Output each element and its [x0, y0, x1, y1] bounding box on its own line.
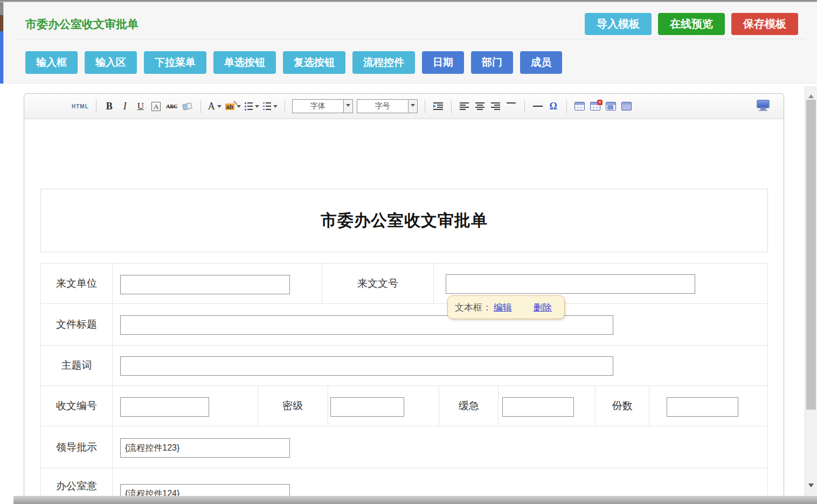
field-label-zhuticii: 主题词 — [41, 346, 113, 386]
scroll-up-arrow-icon[interactable] — [808, 92, 814, 98]
special-char-button[interactable]: Ω — [548, 98, 559, 114]
header-actions: 导入模板 在线预览 保存模板 — [585, 13, 798, 35]
align-justify-button[interactable] — [506, 98, 517, 114]
textbox-tooltip: 文本框： 编辑 删除 — [447, 295, 565, 319]
field-cell — [328, 386, 440, 426]
tooltip-edit-link[interactable]: 编辑 — [494, 301, 512, 314]
highlight-color-button[interactable]: ab — [225, 98, 241, 114]
field-label-lingdaopishi: 领导批示 — [41, 426, 113, 468]
align-justify-icon — [507, 102, 516, 110]
widget-member-button[interactable]: 成员 — [520, 51, 562, 74]
table-props-button[interactable] — [621, 98, 633, 114]
field-cell — [113, 386, 258, 426]
indent-icon — [433, 102, 443, 110]
chevron-down-icon — [273, 105, 278, 110]
widget-checkbox-button[interactable]: 复选按钮 — [283, 51, 345, 74]
laiwenwenhao-input[interactable] — [446, 274, 695, 294]
field-label-laiwendanwei: 来文单位 — [41, 264, 113, 304]
laiwendanwei-input[interactable] — [120, 275, 290, 294]
align-right-icon — [491, 102, 500, 110]
monitor-icon — [757, 100, 770, 108]
zhutici-input[interactable] — [120, 356, 613, 376]
tooltip-delete-link[interactable]: 删除 — [534, 301, 552, 314]
unordered-list-icon — [263, 102, 271, 111]
widget-textarea-button[interactable]: 输入区 — [85, 51, 137, 74]
fullscreen-button[interactable] — [757, 100, 770, 113]
delete-table-button[interactable] — [590, 98, 601, 114]
field-label-miji: 密级 — [258, 386, 328, 426]
strikethrough-button[interactable]: ABC — [166, 98, 178, 114]
bold-button[interactable]: B — [103, 98, 115, 114]
widget-button-row: 输入框 输入区 下拉菜单 单选按钮 复选按钮 流程控件 日期 部门 成员 — [25, 51, 562, 74]
widget-flow-control-button[interactable]: 流程控件 — [352, 51, 415, 74]
widget-radio-button[interactable]: 单选按钮 — [213, 51, 276, 74]
scroll-down-arrow-icon[interactable] — [808, 484, 814, 490]
widget-input-box-button[interactable]: 输入框 — [25, 51, 78, 74]
miji-input[interactable] — [330, 397, 404, 417]
chevron-down-icon — [411, 104, 415, 109]
widget-department-button[interactable]: 部门 — [471, 51, 513, 74]
align-right-button[interactable] — [490, 98, 502, 114]
field-label-huanji: 缓急 — [439, 386, 498, 426]
eraser-icon — [182, 102, 192, 110]
table-row: 主题词 — [41, 346, 768, 386]
header-panel: 市委办公室收文审批单 导入模板 在线预览 保存模板 输入框 输入区 下拉菜单 单… — [3, 2, 817, 84]
editor-toolbar: HTML B I U A ABC A ab 字体 字号 Ω — [24, 94, 784, 119]
field-cell — [113, 426, 768, 468]
align-center-button[interactable] — [474, 98, 486, 114]
huanji-input[interactable] — [502, 397, 574, 417]
ordered-list-icon — [245, 102, 253, 111]
lingdaopishi-input[interactable] — [120, 438, 290, 458]
shouwenbianhao-input[interactable] — [120, 397, 209, 417]
align-center-icon — [475, 102, 484, 110]
html-source-button[interactable]: HTML — [72, 98, 89, 114]
font-family-dropdown-button[interactable] — [343, 100, 352, 113]
vertical-scrollbar[interactable] — [805, 86, 817, 504]
table-props-icon — [621, 102, 632, 111]
tooltip-label: 文本框： — [455, 301, 491, 314]
toolbar-separator — [451, 100, 452, 113]
border-text-button[interactable]: A — [150, 98, 162, 114]
toolbar-separator — [200, 100, 201, 113]
chevron-down-icon — [217, 105, 221, 110]
window-bottom-edge — [13, 496, 817, 504]
horizontal-rule-icon — [533, 106, 543, 107]
fenshu-input[interactable] — [667, 397, 738, 417]
merge-cell-icon — [606, 102, 616, 111]
field-cell — [113, 346, 768, 386]
toolbar-separator — [285, 100, 285, 113]
underline-button[interactable]: U — [135, 98, 147, 114]
field-label-laiwenwenhao: 来文文号 — [322, 264, 434, 304]
import-template-button[interactable]: 导入模板 — [585, 13, 652, 35]
font-size-dropdown-button[interactable] — [408, 100, 417, 113]
delete-table-icon — [590, 102, 600, 111]
insert-table-button[interactable] — [574, 98, 586, 114]
font-color-button[interactable]: A — [208, 98, 221, 114]
table-row: 领导批示 — [41, 426, 768, 468]
unordered-list-button[interactable] — [263, 98, 278, 114]
italic-button[interactable]: I — [119, 98, 131, 114]
field-label-wenjianbiaoti: 文件标题 — [41, 304, 113, 346]
widget-date-button[interactable]: 日期 — [422, 51, 464, 74]
indent-button[interactable] — [432, 98, 444, 114]
font-color-icon: A — [208, 101, 215, 112]
save-template-button[interactable]: 保存模板 — [731, 13, 798, 35]
form-title: 市委办公室收文审批单 — [321, 210, 488, 232]
font-size-select[interactable]: 字号 — [357, 99, 418, 113]
align-left-button[interactable] — [459, 98, 470, 114]
toolbar-separator — [524, 100, 525, 113]
table-row: 文件标题 — [41, 304, 768, 346]
online-preview-button[interactable]: 在线预览 — [658, 13, 725, 35]
toolbar-separator — [96, 100, 96, 113]
widget-dropdown-button[interactable]: 下拉菜单 — [144, 51, 206, 74]
eraser-button[interactable] — [182, 98, 193, 114]
table-row: 收文编号 密级 缓急 份数 — [41, 386, 768, 426]
ordered-list-button[interactable] — [245, 98, 259, 114]
scrollbar-thumb[interactable] — [806, 100, 816, 410]
merge-cell-button[interactable] — [605, 98, 617, 114]
horizontal-rule-button[interactable] — [532, 98, 544, 114]
table-icon — [574, 102, 585, 111]
chevron-down-icon — [255, 105, 259, 110]
form-title-block: 市委办公室收文审批单 — [40, 189, 768, 252]
font-family-select[interactable]: 字体 — [292, 99, 353, 113]
